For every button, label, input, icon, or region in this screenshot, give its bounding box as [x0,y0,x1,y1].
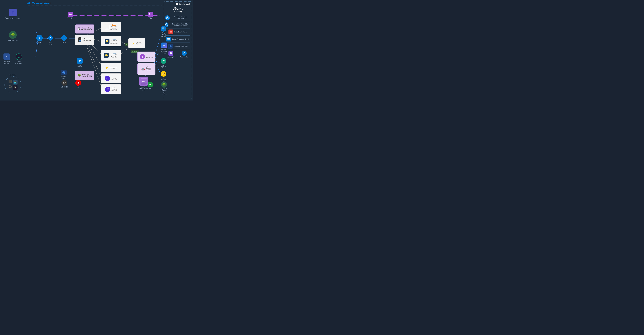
svg-rect-79 [169,45,169,47]
webpubsub-icon [77,58,83,64]
guidance-robot-icon: 🤖 [141,67,145,70]
miyagi-plugin-label: Miyagi ChatGPTplugin (SK Skill) [82,74,92,77]
eventhubs-icon [168,44,172,48]
svg-point-35 [77,81,80,84]
svg-point-72 [166,24,167,25]
svg-point-49 [107,42,108,42]
asa-node: ASA [148,82,153,89]
human-loop-box: 💬 Human-in-loopFin. advise - ACS [75,24,94,34]
app-insights-icon [168,51,173,56]
svg-rect-45 [105,25,109,29]
svg-point-40 [150,13,151,14]
webpubsub-label: WebPubSub [78,64,82,68]
aad-icon: A [47,35,54,41]
svg-point-44 [150,84,151,85]
cog-search-node: 🔍 Cog Searchfor RaG [160,26,166,37]
redis-item: Redis Curation Cache [165,30,190,34]
azure-openai-icon [160,58,166,64]
polyglot-box: ⚡ PolyglotPlugins (tool) [128,38,145,48]
svg-rect-31 [78,59,82,63]
svg-line-12 [87,42,101,64]
svg-rect-32 [78,60,81,61]
svg-point-56 [140,82,147,85]
cosmosdb-pg-label: CosmosDB for PostgreSQL Embeddings (pg_v… [170,23,190,26]
monitoring-row: App Insights Azure Monitor [165,51,190,58]
aro-label: ARO [77,86,80,88]
persistence-title: ManagedPersistence &Messaging [165,7,190,12]
msgraph-node: MicrosoftGraph [61,70,66,79]
sep2 [165,21,190,22]
human-loop-label: Human-in-loopFin. advise - ACS [81,27,92,30]
copilot-advisor-box: .NET Core CoPilotadvisor svc(w/ SK sdk) [101,84,121,94]
svg-rect-46 [106,28,108,28]
gh-copilot-icon: ⚙ [13,85,18,90]
svg-rect-64 [177,4,178,5]
chatgpt-label: ai.com (ChatGPT) [13,61,24,64]
azure-main-box: AKS .NET FrontDoor [27,6,162,99]
teams-client: T Teams w/ ACS (Comm.) [5,9,20,19]
svg-rect-38 [149,12,152,16]
guidance-box: 🤖 {guidance},Langchain,LamaIndex,Jina, J… [138,63,156,75]
aca-node: ACA [148,12,153,19]
redis-icon [168,30,173,34]
miyagigpt-node: 🌳 MiyagiGPTFinetuned viaDeepSpeed [160,82,168,95]
webpubsub-node: WebPubSub [77,58,83,68]
semantic-kernel-box: 4K SemanticKernel (REST) [138,52,156,62]
msgraph-icon [61,70,66,75]
svg-point-30 [39,38,40,38]
svg-rect-61 [176,3,177,4]
bing-icon: b [4,54,10,60]
qdrant-icon: Qdrant [139,77,148,86]
agentmiyagi-client: 🌳 agentmiyagi.com [8,31,18,41]
svg-point-48 [106,40,107,41]
python-icon-rec [104,53,109,58]
polyglot-icon: ⚡ [131,42,135,45]
aca-icon [148,12,153,17]
bing-chatgpt-group: b bing.com (Plugin) ⬡ ai.com (ChatGPT) [1,52,24,66]
personalization-box: ⚡ Personalizationservice [101,63,121,72]
order-intake-box: .NET Core Order IntakeService(w/ SK sdk) [101,74,121,83]
python-icon-gen [104,39,110,44]
inner-loop-label: Inner Loop [10,74,16,76]
qdrant-label: Qdrant VectorStore - HNSW(PV) [140,86,148,91]
copilot-stack-label: Copilot stack [179,3,190,5]
copilot-panel: Copilot stack ManagedPersistence &Messag… [164,1,192,99]
cosmosdb-sql-label: CosmosDB SQL Chats, preferences [171,16,190,20]
copilot-advisor-label: CoPilotadvisor svc(w/ SK sdk) [111,87,117,91]
miyagi-plugin-box: 🌳 Miyagi ChatGPTplugin (SK Skill) [75,71,94,80]
azure-monitor-icon [182,51,187,56]
main-container: T Teams w/ ACS (Comm.) 🌳 agentmiyagi.com… [0,0,193,100]
cog-search-label: Cog Searchfor RaG [160,32,166,37]
azure-logo-icon [27,1,31,5]
arch-diagram: AKS .NET FrontDoor [29,8,160,97]
net-label: .NET [67,16,70,18]
azure-openai-label: AzureOpenAI [162,64,166,68]
storage-label: Storage Private data, SK skills [172,38,190,40]
svg-point-39 [149,13,150,14]
generation-svc-box: python GenerationSvc(Agentic LLM) [101,36,121,46]
copilot-header: Copilot stack [165,3,190,6]
svg-text:Qdrant: Qdrant [142,81,146,82]
personalization-label: Personalizationservice [109,66,117,69]
azure-openai-node: AzureOpenAI [160,58,166,68]
azureml-icon [161,42,167,48]
apim-icon: ⬡ [61,35,67,41]
svg-point-51 [107,56,107,56]
frontend-box: ⬡ TS Frontend(Next.js/React) [75,35,94,45]
apim-label: APIM [62,42,66,44]
bing-label: bing.com (Plugin) [1,61,12,64]
storage-icon [166,36,171,42]
sep6 [165,50,190,50]
semantic-kernel-label: SemanticKernel (REST) [146,56,153,58]
redis-label: Redis Curation Cache [174,31,187,33]
miyagigpt-label: MiyagiGPTFinetuned viaDeepSpeed [160,88,168,95]
asa-label: ASA [149,88,152,89]
apim-node: ⬡ APIM [61,35,67,44]
svg-line-16 [121,49,127,54]
sep5 [165,42,190,43]
bing-client: b bing.com (Plugin) [1,54,12,64]
guidance-label: {guidance},Langchain,LamaIndex,Jina, Jar… [146,66,152,72]
azure-monitor-label: Azure Monitor [180,56,188,58]
svg-rect-83 [169,52,172,55]
github-icon [62,80,67,86]
